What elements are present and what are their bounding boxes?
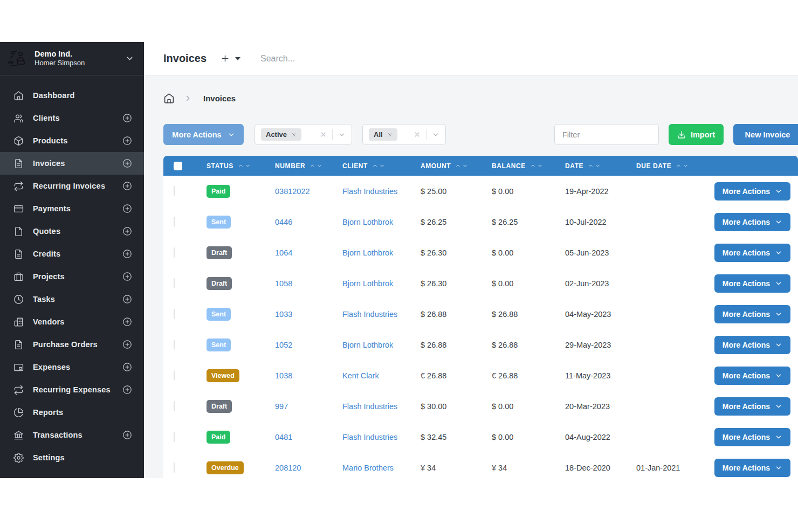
client-link[interactable]: Flash Industries <box>334 187 397 196</box>
invoice-number-link[interactable]: 0446 <box>267 218 292 226</box>
column-header-amount[interactable]: AMOUNT <box>412 162 484 170</box>
invoice-number-link[interactable]: 997 <box>267 402 288 411</box>
more-actions-button[interactable]: More Actions <box>163 124 244 145</box>
type-filter-select[interactable]: All <box>362 124 446 145</box>
sort-asc-icon[interactable] <box>455 163 461 169</box>
plus-circle-icon[interactable] <box>122 204 132 213</box>
plus-circle-icon[interactable] <box>122 362 132 372</box>
row-more-actions-button[interactable]: More Actions <box>714 244 790 262</box>
invoice-number-link[interactable]: 1064 <box>267 248 292 257</box>
client-link[interactable]: Kent Clark <box>334 371 379 380</box>
sidebar-item-purchase-orders[interactable]: Purchase Orders <box>0 333 144 356</box>
invoice-number-link[interactable]: 1058 <box>267 279 292 288</box>
row-checkbox[interactable] <box>174 462 175 473</box>
client-link[interactable]: Bjorn Lothbrok <box>334 218 393 226</box>
column-header-balance[interactable]: BALANCE <box>484 162 557 170</box>
column-header-status[interactable]: STATUS <box>198 162 267 170</box>
sort-desc-icon[interactable] <box>683 163 689 169</box>
client-link[interactable]: Bjorn Lothbrok <box>334 341 393 349</box>
sort-desc-icon[interactable] <box>537 163 543 169</box>
invoice-number-link[interactable]: 03812022 <box>267 187 310 196</box>
invoice-number-link[interactable]: 1033 <box>267 310 292 319</box>
sidebar-item-clients[interactable]: Clients <box>0 107 144 129</box>
sort-asc-icon[interactable] <box>530 163 536 169</box>
row-more-actions-button[interactable]: More Actions <box>714 213 790 231</box>
sidebar-item-transactions[interactable]: Transactions <box>0 424 144 446</box>
row-more-actions-button[interactable]: More Actions <box>714 336 790 354</box>
row-more-actions-button[interactable]: More Actions <box>714 305 790 323</box>
chip-remove-icon[interactable] <box>291 132 297 137</box>
sidebar-item-reports[interactable]: Reports <box>0 401 144 424</box>
row-more-actions-button[interactable]: More Actions <box>714 459 790 477</box>
plus-circle-icon[interactable] <box>122 340 132 349</box>
sidebar-item-products[interactable]: Products <box>0 129 144 152</box>
row-checkbox[interactable] <box>174 278 175 288</box>
sidebar-item-dashboard[interactable]: Dashboard <box>0 84 144 107</box>
sort-desc-icon[interactable] <box>245 163 251 169</box>
sidebar-item-quotes[interactable]: Quotes <box>0 220 144 243</box>
client-link[interactable]: Bjorn Lothbrok <box>334 279 393 288</box>
row-checkbox[interactable] <box>174 309 175 319</box>
title-caret-icon[interactable] <box>235 57 240 60</box>
sort-asc-icon[interactable] <box>238 163 244 169</box>
chevron-down-icon[interactable] <box>338 131 346 139</box>
row-checkbox[interactable] <box>174 217 175 227</box>
row-checkbox[interactable] <box>174 370 175 381</box>
clear-icon[interactable] <box>414 131 421 138</box>
chip-remove-icon[interactable] <box>387 132 393 137</box>
plus-circle-icon[interactable] <box>122 181 132 191</box>
new-entity-plus-icon[interactable] <box>221 54 230 63</box>
invoice-number-link[interactable]: 208120 <box>267 464 301 472</box>
sort-desc-icon[interactable] <box>379 163 385 169</box>
sidebar-item-expenses[interactable]: Expenses <box>0 356 144 378</box>
plus-circle-icon[interactable] <box>122 294 132 304</box>
client-link[interactable]: Flash Industries <box>334 310 397 319</box>
plus-circle-icon[interactable] <box>122 249 132 259</box>
plus-circle-icon[interactable] <box>122 158 132 168</box>
plus-circle-icon[interactable] <box>122 113 132 123</box>
status-filter-select[interactable]: Active <box>254 124 352 145</box>
sidebar-item-vendors[interactable]: Vendors <box>0 310 144 333</box>
clear-icon[interactable] <box>320 131 327 138</box>
row-checkbox[interactable] <box>174 340 175 350</box>
sidebar-item-recurring-invoices[interactable]: Recurring Invoices <box>0 175 144 197</box>
client-link[interactable]: Flash Industries <box>334 402 397 411</box>
plus-circle-icon[interactable] <box>122 136 132 146</box>
sort-asc-icon[interactable] <box>588 163 594 169</box>
sort-asc-icon[interactable] <box>676 163 682 169</box>
new-invoice-button[interactable]: New Invoice <box>733 124 798 145</box>
row-checkbox[interactable] <box>174 401 175 411</box>
sidebar-item-invoices[interactable]: Invoices <box>0 152 144 175</box>
column-header-date[interactable]: DATE <box>557 162 628 170</box>
row-more-actions-button[interactable]: More Actions <box>714 182 790 201</box>
search-input[interactable] <box>260 54 422 64</box>
sidebar-item-recurring-expenses[interactable]: Recurring Expenses <box>0 378 144 401</box>
chevron-down-icon[interactable] <box>432 131 439 139</box>
row-checkbox[interactable] <box>174 432 175 442</box>
row-more-actions-button[interactable]: More Actions <box>714 397 790 416</box>
client-link[interactable]: Bjorn Lothbrok <box>334 248 393 257</box>
sidebar-item-tasks[interactable]: Tasks <box>0 288 144 310</box>
plus-circle-icon[interactable] <box>122 385 132 395</box>
column-header-number[interactable]: NUMBER <box>267 162 334 170</box>
row-checkbox[interactable] <box>174 186 175 196</box>
company-switcher[interactable]: Demo Ind. Homer Simpson <box>0 42 144 75</box>
chevron-down-icon[interactable] <box>125 54 134 63</box>
import-button[interactable]: Import <box>669 124 724 145</box>
home-icon[interactable] <box>163 93 175 104</box>
sort-asc-icon[interactable] <box>372 163 378 169</box>
plus-circle-icon[interactable] <box>122 272 132 281</box>
sidebar-item-credits[interactable]: Credits <box>0 243 144 265</box>
sort-desc-icon[interactable] <box>595 163 601 169</box>
row-more-actions-button[interactable]: More Actions <box>714 428 790 446</box>
row-more-actions-button[interactable]: More Actions <box>714 367 790 385</box>
client-link[interactable]: Mario Brothers <box>334 464 394 472</box>
plus-circle-icon[interactable] <box>122 317 132 327</box>
row-more-actions-button[interactable]: More Actions <box>714 274 790 293</box>
sort-desc-icon[interactable] <box>317 163 322 169</box>
client-link[interactable]: Flash Industries <box>334 433 397 441</box>
sort-asc-icon[interactable] <box>309 163 315 169</box>
filter-input[interactable] <box>554 124 659 145</box>
invoice-number-link[interactable]: 0481 <box>267 433 292 441</box>
invoice-number-link[interactable]: 1052 <box>267 341 292 349</box>
